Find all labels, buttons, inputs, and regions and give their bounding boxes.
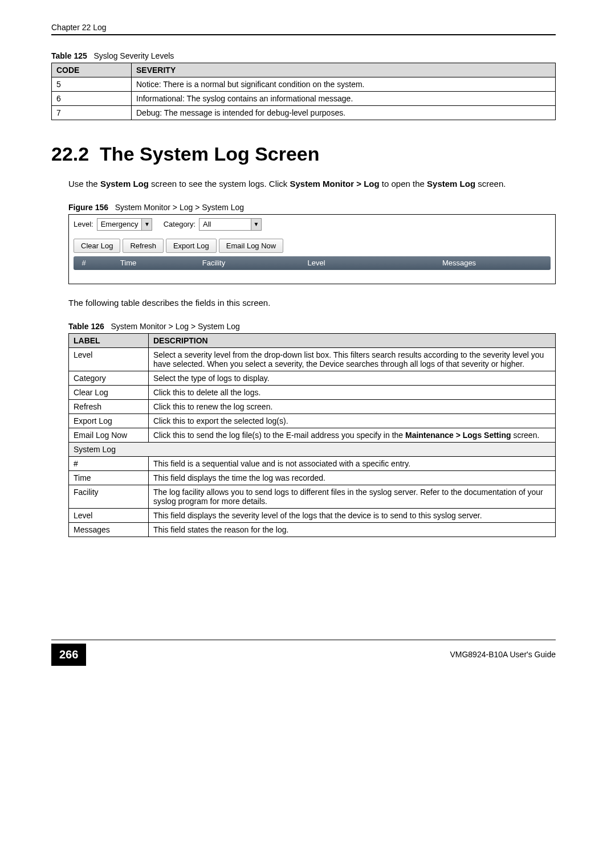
table126-caption: Table 126 System Monitor > Log > System … [51,322,556,331]
table126-intro: The following table describes the fields… [51,297,556,309]
table-row: # This field is a sequential value and i… [69,456,556,470]
chevron-down-icon: ▼ [251,219,261,230]
table-row: Facility The log facility allows you to … [69,485,556,508]
table126-section-row: System Log [69,442,556,456]
table125-title: Syslog Severity Levels [93,51,174,60]
email-log-now-button[interactable]: Email Log Now [219,239,283,253]
table125-header-severity: SEVERITY [132,63,556,77]
chevron-down-icon: ▼ [141,219,152,230]
figure156-label: Figure 156 [68,203,108,212]
intro-b2: System Monitor > Log [290,179,380,189]
table126-label: Refresh [69,399,149,413]
table126-label: Level [69,347,149,371]
table-row: Level This field displays the severity l… [69,508,556,522]
table-row: Email Log Now Click this to send the log… [69,428,556,442]
email-desc-post: screen. [511,431,540,440]
table125-caption: Table 125 Syslog Severity Levels [51,51,556,60]
fig-col-time: Time [94,259,162,267]
intro-pre: Use the [68,179,100,189]
table-row: Category Select the type of logs to disp… [69,371,556,385]
fig-col-facility: Facility [162,259,265,267]
category-select[interactable]: All ▼ [199,218,262,231]
table126-desc: The log facility allows you to send logs… [149,485,556,508]
fig-col-messages: Messages [368,259,551,267]
table126-desc: Click this to delete all the logs. [149,385,556,399]
table-row: Level Select a severity level from the d… [69,347,556,371]
table125-header-code: CODE [52,63,132,77]
level-select-value: Emergency [97,219,142,230]
table126-label: Export Log [69,413,149,428]
page-number: 266 [51,644,86,666]
intro-mid1: screen to see the system logs. Click [149,179,290,189]
fig-col-level: Level [265,259,368,267]
table125-code: 5 [52,77,132,92]
table-row: Clear Log Click this to delete all the l… [69,385,556,399]
table125-severity: Informational: The syslog contains an in… [132,92,556,106]
table126-label: Time [69,470,149,485]
footer-rule [51,640,556,640]
intro-post: screen. [475,179,506,189]
figure156-screenshot: Level: Emergency ▼ Category: All ▼ Clear… [68,214,556,284]
table-row: 6 Informational: The syslog contains an … [52,92,556,106]
category-label: Category: [164,220,195,228]
refresh-button[interactable]: Refresh [123,239,164,253]
level-select[interactable]: Emergency ▼ [97,218,153,231]
table125-code: 7 [52,106,132,120]
table126-header-description: DESCRIPTION [149,333,556,347]
table126-desc: Click this to export the selected log(s)… [149,413,556,428]
table-row: Time This field displays the time the lo… [69,470,556,485]
table126-header-label: LABEL [69,333,149,347]
table126-label: Email Log Now [69,428,149,442]
figure156-caption: Figure 156 System Monitor > Log > System… [51,203,556,212]
table-row: Refresh Click this to renew the log scre… [69,399,556,413]
table126-label: Table 126 [68,322,104,331]
table126-label: Clear Log [69,385,149,399]
table125-severity: Debug: The message is intended for debug… [132,106,556,120]
table126-title: System Monitor > Log > System Log [111,322,239,331]
figure156-title: System Monitor > Log > System Log [115,203,244,212]
table-row: Messages This field states the reason fo… [69,522,556,537]
table126-desc: This field displays the severity level o… [149,508,556,522]
table126-desc: Click this to renew the log screen. [149,399,556,413]
intro-b1: System Log [100,179,149,189]
email-desc-pre: Click this to send the log file(s) to th… [153,431,405,440]
table126-desc: This field displays the time the log was… [149,470,556,485]
table126-desc: Select a severity level from the drop-do… [149,347,556,371]
table-row: 7 Debug: The message is intended for deb… [52,106,556,120]
table126-desc: This field states the reason for the log… [149,522,556,537]
table126-label: # [69,456,149,470]
section-number: 22.2 [51,143,89,165]
table125-severity: Notice: There is a normal but significan… [132,77,556,92]
table125-code: 6 [52,92,132,106]
intro-b3: System Log [427,179,475,189]
table-row: Export Log Click this to export the sele… [69,413,556,428]
footer-guide-name: VMG8924-B10A User's Guide [450,650,556,659]
section-heading: 22.2 The System Log Screen [51,143,556,165]
email-desc-bold: Maintenance > Logs Setting [405,431,511,440]
category-select-value: All [199,219,251,230]
table125: CODE SEVERITY 5 Notice: There is a norma… [51,63,556,120]
table126-desc: Select the type of logs to display. [149,371,556,385]
table126-section-label: System Log [69,442,556,456]
table126-desc: Click this to send the log file(s) to th… [149,428,556,442]
table126-label: Category [69,371,149,385]
chapter-header: Chapter 22 Log [51,23,107,32]
intro-mid2: to open the [380,179,427,189]
fig-col-num: # [74,259,94,267]
table126-desc: This field is a sequential value and is … [149,456,556,470]
level-label: Level: [74,220,93,228]
figure-table-header: # Time Facility Level Messages [74,256,551,270]
table-row: 5 Notice: There is a normal but signific… [52,77,556,92]
table126-label: Facility [69,485,149,508]
table126-label: Messages [69,522,149,537]
header-rule [51,34,556,35]
intro-paragraph: Use the System Log screen to see the sys… [51,178,556,190]
table126-label: Level [69,508,149,522]
table125-label: Table 125 [51,51,87,60]
table126: LABEL DESCRIPTION Level Select a severit… [68,333,556,537]
export-log-button[interactable]: Export Log [166,239,217,253]
section-title: The System Log Screen [100,143,319,165]
clear-log-button[interactable]: Clear Log [74,239,120,253]
